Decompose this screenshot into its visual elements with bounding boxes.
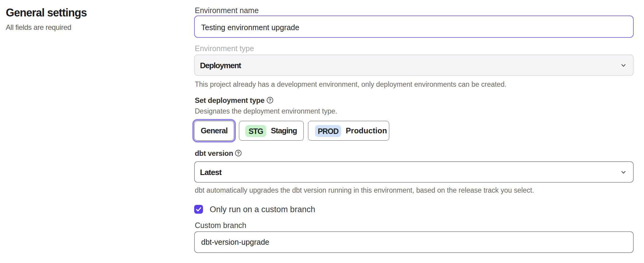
svg-text:?: ? [237, 150, 240, 156]
svg-text:?: ? [268, 97, 271, 103]
